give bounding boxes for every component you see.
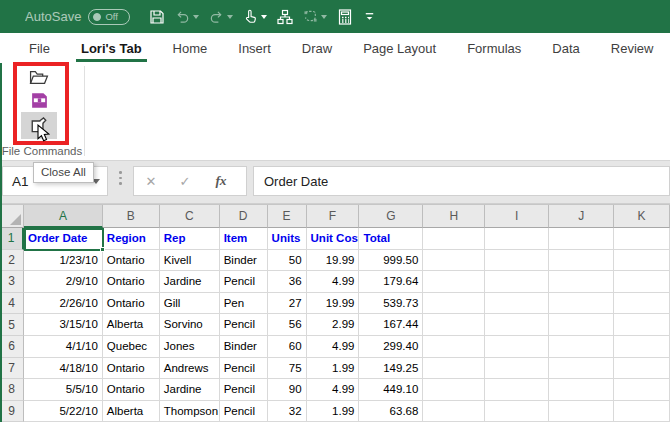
cell-A8[interactable]: 5/5/10 bbox=[24, 379, 103, 401]
touch-mode-button[interactable] bbox=[238, 4, 272, 30]
autosave-toggle[interactable]: AutoSave Off bbox=[25, 9, 130, 25]
tab-home[interactable]: Home bbox=[164, 33, 217, 63]
undo-button[interactable] bbox=[170, 4, 204, 30]
cell-K1[interactable] bbox=[614, 228, 670, 250]
cell-K9[interactable] bbox=[614, 401, 670, 422]
open-file-button[interactable] bbox=[23, 66, 55, 89]
cell-H7[interactable] bbox=[423, 358, 485, 380]
cell-B5[interactable]: Alberta bbox=[103, 314, 160, 336]
cell-F9[interactable]: 1.99 bbox=[307, 401, 360, 422]
cell-A5[interactable]: 3/15/10 bbox=[24, 314, 103, 336]
cell-I7[interactable] bbox=[485, 358, 549, 380]
column-header-K[interactable]: K bbox=[614, 205, 670, 228]
cell-G2[interactable]: 999.50 bbox=[359, 250, 423, 272]
cell-B1[interactable]: Region bbox=[103, 228, 160, 250]
cell-B9[interactable]: Alberta bbox=[103, 401, 160, 422]
cell-D5[interactable]: Pencil bbox=[220, 314, 268, 336]
cell-B6[interactable]: Quebec bbox=[103, 336, 160, 358]
cell-E5[interactable]: 56 bbox=[268, 314, 307, 336]
cell-K6[interactable] bbox=[614, 336, 670, 358]
cell-C4[interactable]: Gill bbox=[160, 293, 220, 315]
cell-B4[interactable]: Ontario bbox=[103, 293, 160, 315]
cell-G3[interactable]: 179.64 bbox=[359, 271, 423, 293]
cell-E2[interactable]: 50 bbox=[268, 250, 307, 272]
enter-button[interactable]: ✓ bbox=[168, 174, 202, 189]
cell-H2[interactable] bbox=[423, 250, 485, 272]
cell-D4[interactable]: Pen bbox=[220, 293, 268, 315]
cell-A6[interactable]: 4/1/10 bbox=[24, 336, 103, 358]
tab-file[interactable]: File bbox=[20, 33, 59, 63]
cell-I9[interactable] bbox=[485, 401, 549, 422]
row-header-8[interactable]: 8 bbox=[0, 379, 24, 401]
column-header-F[interactable]: F bbox=[307, 205, 360, 228]
cell-K4[interactable] bbox=[614, 293, 670, 315]
column-header-E[interactable]: E bbox=[268, 205, 307, 228]
autosave-switch[interactable]: Off bbox=[88, 9, 130, 25]
cell-E6[interactable]: 60 bbox=[268, 336, 307, 358]
cell-H9[interactable] bbox=[423, 401, 485, 422]
column-header-A[interactable]: A bbox=[24, 205, 103, 228]
calculator-button[interactable] bbox=[332, 4, 358, 30]
cell-I5[interactable] bbox=[485, 314, 549, 336]
cell-K2[interactable] bbox=[614, 250, 670, 272]
cell-B7[interactable]: Ontario bbox=[103, 358, 160, 380]
tab-data[interactable]: Data bbox=[543, 33, 588, 63]
redo-dropdown-icon[interactable] bbox=[227, 15, 233, 19]
column-header-C[interactable]: C bbox=[160, 205, 220, 228]
cell-K7[interactable] bbox=[614, 358, 670, 380]
cell-I1[interactable] bbox=[485, 228, 549, 250]
cell-J7[interactable] bbox=[549, 358, 614, 380]
customize-qat-button[interactable] bbox=[358, 4, 381, 30]
cell-G6[interactable]: 299.40 bbox=[359, 336, 423, 358]
tab-insert[interactable]: Insert bbox=[229, 33, 280, 63]
cell-F8[interactable]: 4.99 bbox=[307, 379, 360, 401]
cell-D9[interactable]: Pencil bbox=[220, 401, 268, 422]
column-header-H[interactable]: H bbox=[423, 205, 485, 228]
cell-F7[interactable]: 1.99 bbox=[307, 358, 360, 380]
cell-A4[interactable]: 2/26/10 bbox=[24, 293, 103, 315]
touch-mode-dropdown-icon[interactable] bbox=[261, 15, 267, 19]
cell-C7[interactable]: Andrews bbox=[160, 358, 220, 380]
cell-D7[interactable]: Pencil bbox=[220, 358, 268, 380]
cell-J3[interactable] bbox=[549, 271, 614, 293]
cell-G8[interactable]: 449.10 bbox=[359, 379, 423, 401]
column-header-I[interactable]: I bbox=[485, 205, 549, 228]
cell-E8[interactable]: 90 bbox=[268, 379, 307, 401]
cell-B8[interactable]: Ontario bbox=[103, 379, 160, 401]
cell-D3[interactable]: Pencil bbox=[220, 271, 268, 293]
cell-I8[interactable] bbox=[485, 379, 549, 401]
cell-F6[interactable]: 4.99 bbox=[307, 336, 360, 358]
cell-J5[interactable] bbox=[549, 314, 614, 336]
hierarchy-button[interactable] bbox=[272, 4, 298, 30]
tab-page-layout[interactable]: Page Layout bbox=[354, 33, 445, 63]
cell-D6[interactable]: Binder bbox=[220, 336, 268, 358]
cell-C6[interactable]: Jones bbox=[160, 336, 220, 358]
cell-B2[interactable]: Ontario bbox=[103, 250, 160, 272]
cell-I4[interactable] bbox=[485, 293, 549, 315]
cell-H3[interactable] bbox=[423, 271, 485, 293]
undo-dropdown-icon[interactable] bbox=[193, 15, 199, 19]
cell-B3[interactable]: Ontario bbox=[103, 271, 160, 293]
tab-draw[interactable]: Draw bbox=[293, 33, 341, 63]
cell-J6[interactable] bbox=[549, 336, 614, 358]
cell-K5[interactable] bbox=[614, 314, 670, 336]
row-header-7[interactable]: 7 bbox=[0, 358, 24, 380]
cell-C1[interactable]: Rep bbox=[160, 228, 220, 250]
cell-G9[interactable]: 63.68 bbox=[359, 401, 423, 422]
cell-K3[interactable] bbox=[614, 271, 670, 293]
cell-H1[interactable] bbox=[423, 228, 485, 250]
cell-A3[interactable]: 2/9/10 bbox=[24, 271, 103, 293]
cell-E9[interactable]: 32 bbox=[268, 401, 307, 422]
formula-bar-resize-handle[interactable] bbox=[119, 171, 122, 185]
cell-C5[interactable]: Sorvino bbox=[160, 314, 220, 336]
column-header-B[interactable]: B bbox=[103, 205, 160, 228]
save-button[interactable] bbox=[144, 4, 170, 30]
cell-J9[interactable] bbox=[549, 401, 614, 422]
cell-J8[interactable] bbox=[549, 379, 614, 401]
cell-F3[interactable]: 4.99 bbox=[307, 271, 360, 293]
cell-J1[interactable] bbox=[549, 228, 614, 250]
cell-D1[interactable]: Item bbox=[220, 228, 268, 250]
row-header-9[interactable]: 9 bbox=[0, 401, 24, 422]
cell-D2[interactable]: Binder bbox=[220, 250, 268, 272]
cell-E7[interactable]: 75 bbox=[268, 358, 307, 380]
